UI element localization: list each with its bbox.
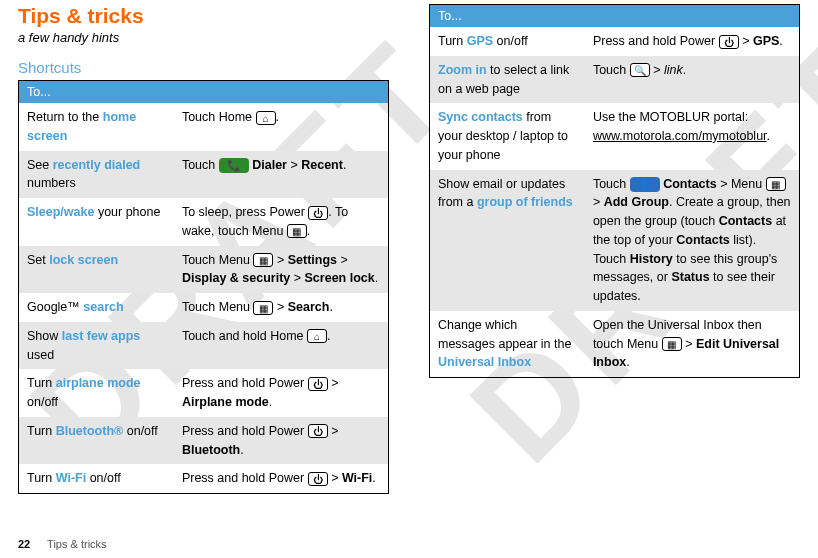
- home-icon: ⌂: [307, 329, 327, 343]
- table-row: Turn Wi-Fi on/off Press and hold Power ⏻…: [19, 464, 389, 493]
- motoblur-link[interactable]: www.motorola.com/mymotoblur: [593, 129, 767, 143]
- page-footer: 22 Tips & tricks: [18, 538, 107, 550]
- table-row: Sync contacts from your desktop / laptop…: [430, 103, 800, 169]
- table-row: Change which messages appear in the Univ…: [430, 311, 800, 378]
- page-subtitle: a few handy hints: [18, 30, 389, 45]
- table-row: Turn Bluetooth® on/off Press and hold Po…: [19, 417, 389, 465]
- menu-icon: ▦: [662, 337, 682, 351]
- footer-label: Tips & tricks: [47, 538, 107, 550]
- table-header: To...: [430, 5, 800, 28]
- left-column: Tips & tricks a few handy hints Shortcut…: [18, 4, 389, 494]
- power-icon: ⏻: [308, 206, 328, 220]
- table-row: Show last few apps used Touch and hold H…: [19, 322, 389, 370]
- menu-icon: ▦: [253, 301, 273, 315]
- table-row: Google™ search Touch Menu ▦ > Search.: [19, 293, 389, 322]
- menu-icon: ▦: [766, 177, 786, 191]
- table-row: See recently dialed numbers Touch 📞 Dial…: [19, 151, 389, 199]
- menu-icon: ▦: [253, 253, 273, 267]
- table-row: Turn airplane mode on/off Press and hold…: [19, 369, 389, 417]
- table-row: Turn GPS on/off Press and hold Power ⏻ >…: [430, 27, 800, 56]
- shortcuts-table-2: To... Turn GPS on/off Press and hold Pow…: [429, 4, 800, 378]
- table-row: Show email or updates from a group of fr…: [430, 170, 800, 311]
- shortcuts-table-1: To... Return to the home screen Touch Ho…: [18, 80, 389, 494]
- power-icon: ⏻: [719, 35, 739, 49]
- table-row: Set lock screen Touch Menu ▦ > Settings …: [19, 246, 389, 294]
- table-header: To...: [19, 81, 389, 104]
- power-icon: ⏻: [308, 472, 328, 486]
- table-row: Return to the home screen Touch Home ⌂.: [19, 103, 389, 151]
- menu-icon: ▦: [287, 224, 307, 238]
- page-content: Tips & tricks a few handy hints Shortcut…: [0, 0, 818, 494]
- section-heading: Shortcuts: [18, 59, 389, 76]
- page-number: 22: [18, 538, 30, 550]
- power-icon: ⏻: [308, 377, 328, 391]
- contacts-icon: 👤: [630, 177, 660, 192]
- table-row: Sleep/wake your phone To sleep, press Po…: [19, 198, 389, 246]
- power-icon: ⏻: [308, 424, 328, 438]
- right-column: To... Turn GPS on/off Press and hold Pow…: [429, 4, 800, 494]
- home-icon: ⌂: [256, 111, 276, 125]
- page-title: Tips & tricks: [18, 4, 389, 28]
- dialer-icon: 📞: [219, 158, 249, 173]
- table-row: Zoom in to select a link on a web page T…: [430, 56, 800, 104]
- search-icon: 🔍: [630, 63, 650, 77]
